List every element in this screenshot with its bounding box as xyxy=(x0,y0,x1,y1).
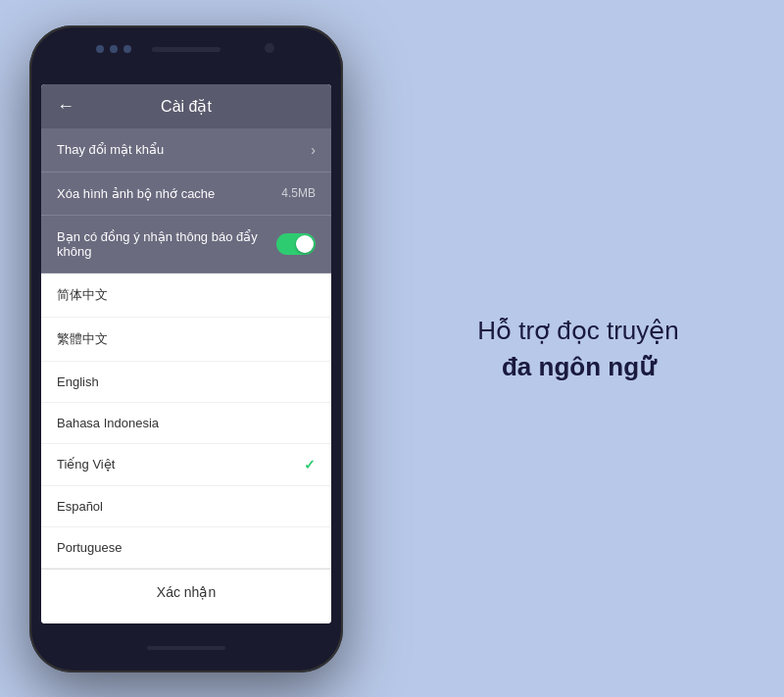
back-button[interactable]: ← xyxy=(57,96,74,117)
phone-screen: ← Cài đặt Thay đổi mật khẩu › Xóa hình ả… xyxy=(41,84,331,623)
language-item-bahasa[interactable]: Bahasa Indonesia xyxy=(41,403,331,444)
language-item-simplified-chinese[interactable]: 简体中文 xyxy=(41,274,331,318)
phone-bottom-bezel xyxy=(29,623,343,672)
language-item-english[interactable]: English xyxy=(41,362,331,403)
language-item-vietnamese[interactable]: Tiếng Việt ✓ xyxy=(41,444,331,486)
home-indicator xyxy=(147,646,225,650)
confirm-label: Xác nhận xyxy=(157,584,216,600)
toggle-knob xyxy=(296,235,314,253)
promo-line1: Hỗ trợ đọc truyện xyxy=(477,316,679,345)
notifications-toggle[interactable] xyxy=(276,233,316,255)
language-label: Español xyxy=(57,499,103,514)
language-label: Bahasa Indonesia xyxy=(57,416,159,430)
language-item-spanish[interactable]: Español xyxy=(41,486,331,527)
settings-header: ← Cài đặt xyxy=(41,84,331,128)
language-label: 繁體中文 xyxy=(57,330,108,348)
phone-wrapper: ← Cài đặt Thay đổi mật khẩu › Xóa hình ả… xyxy=(0,0,372,697)
language-dropdown: 简体中文 繁體中文 English Bahasa Indonesia Tiếng… xyxy=(41,274,331,623)
phone-speaker xyxy=(152,47,220,52)
check-mark-icon: ✓ xyxy=(304,457,316,473)
phone-dot3 xyxy=(123,45,131,53)
clear-cache-item[interactable]: Xóa hình ảnh bộ nhớ cache 4.5MB xyxy=(41,173,331,216)
chevron-right-icon: › xyxy=(311,142,316,158)
language-item-traditional-chinese[interactable]: 繁體中文 xyxy=(41,318,331,362)
promo-line2: đa ngôn ngữ xyxy=(477,349,679,384)
language-label: 简体中文 xyxy=(57,286,108,304)
language-item-portuguese[interactable]: Portuguese xyxy=(41,527,331,569)
phone-camera xyxy=(265,43,274,53)
phone-frame: ← Cài đặt Thay đổi mật khẩu › Xóa hình ả… xyxy=(29,25,343,672)
language-label: Tiếng Việt xyxy=(57,457,115,472)
promo-text: Hỗ trợ đọc truyện đa ngôn ngữ xyxy=(477,313,679,384)
right-panel: Hỗ trợ đọc truyện đa ngôn ngữ xyxy=(372,313,784,384)
clear-cache-label: Xóa hình ảnh bộ nhớ cache xyxy=(57,186,215,201)
language-label: Portuguese xyxy=(57,540,122,555)
cache-size-value: 4.5MB xyxy=(281,186,316,200)
settings-list: Thay đổi mật khẩu › Xóa hình ảnh bộ nhớ … xyxy=(41,128,331,274)
language-label: English xyxy=(57,374,99,389)
phone-dot1 xyxy=(96,45,104,53)
phone-dot2 xyxy=(110,45,118,53)
change-password-label: Thay đổi mật khẩu xyxy=(57,142,164,157)
change-password-item[interactable]: Thay đổi mật khẩu › xyxy=(41,128,331,173)
notifications-item: Bạn có đồng ý nhận thông báo đẩy không xyxy=(41,216,331,274)
page-title: Cài đặt xyxy=(161,97,212,116)
notifications-label: Bạn có đồng ý nhận thông báo đẩy không xyxy=(57,229,276,259)
phone-top-bezel xyxy=(29,25,343,84)
confirm-button[interactable]: Xác nhận xyxy=(41,569,331,615)
